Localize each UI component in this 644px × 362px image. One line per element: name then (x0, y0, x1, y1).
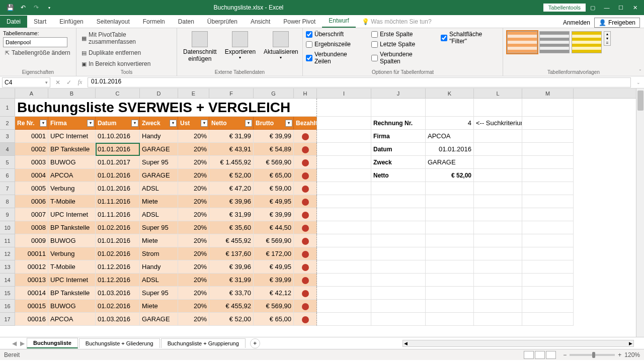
cell[interactable] (294, 182, 317, 195)
cell[interactable]: € 39,96 (209, 195, 254, 208)
table-header-7[interactable]: Bezahlt▾ (294, 117, 317, 130)
cell[interactable]: 01.11.2016 (96, 208, 140, 221)
column-header-I[interactable]: I (317, 88, 371, 98)
redo-button[interactable]: ↷ (30, 2, 42, 14)
header-row-checkbox[interactable]: Überschrift (306, 30, 363, 38)
row-header-11[interactable]: 11 (0, 234, 15, 247)
cell[interactable]: € 39,99 (254, 208, 294, 221)
save-button[interactable]: 💾 (4, 2, 16, 14)
cell[interactable]: Handy (140, 260, 178, 274)
column-header-B[interactable]: B (48, 88, 96, 98)
cell[interactable]: BUWOG (48, 300, 96, 313)
cell[interactable]: 0004 (15, 169, 48, 182)
cell[interactable]: 20% (178, 195, 209, 208)
cell[interactable]: UPC Internet (48, 130, 96, 143)
row-header-3[interactable]: 3 (0, 130, 15, 143)
row-header-12[interactable]: 12 (0, 247, 15, 260)
tab-design[interactable]: Entwurf (322, 15, 356, 28)
cell[interactable]: BUWOG (48, 156, 96, 169)
cell[interactable]: 20% (178, 300, 209, 313)
cell[interactable]: ADSL (140, 274, 178, 287)
tab-file[interactable]: Datei (0, 16, 27, 28)
resize-table-button[interactable]: ⇱ Tabellengröße ändern (3, 48, 72, 57)
sheet-title[interactable]: Buchungsliste SVERWEIS + VERGLEICH (15, 99, 317, 117)
cell[interactable]: € 39,96 (209, 260, 254, 274)
undo-button[interactable]: ↶ (17, 2, 29, 14)
cell[interactable] (294, 287, 317, 300)
column-header-M[interactable]: M (522, 88, 574, 98)
insert-function-button[interactable]: fx (74, 77, 86, 88)
cell[interactable]: GARAGE (140, 169, 178, 182)
vertical-scrollbar[interactable] (636, 88, 644, 337)
cell[interactable]: 0009 (15, 234, 48, 247)
tab-review[interactable]: Überprüfen (201, 16, 244, 28)
zoom-slider[interactable] (570, 354, 615, 356)
insert-slicer-button[interactable]: Datenschnitt einfügen (180, 30, 220, 64)
cell[interactable]: GARAGE (140, 143, 178, 156)
add-sheet-button[interactable]: + (250, 338, 260, 348)
formula-expand-button[interactable]: ⌄ (633, 77, 644, 88)
name-box[interactable]: C4 (2, 77, 50, 87)
column-header-F[interactable]: F (209, 88, 254, 98)
cell[interactable]: 0002 (15, 143, 48, 156)
cell[interactable]: Super 95 (140, 287, 178, 300)
cell[interactable]: Super 95 (140, 156, 178, 169)
cell[interactable]: 0008 (15, 221, 48, 234)
column-header-G[interactable]: G (254, 88, 294, 98)
sheet-nav-next[interactable]: ▶ (18, 340, 26, 347)
cell[interactable]: 00013 (15, 274, 48, 287)
cell[interactable]: 0007 (15, 208, 48, 221)
row-header-17[interactable]: 17 (0, 313, 15, 326)
cell[interactable]: € 52,00 (209, 313, 254, 326)
tab-insert[interactable]: Einfügen (53, 16, 90, 28)
table-header-4[interactable]: Ust▾ (178, 117, 209, 130)
cell[interactable]: € 31,99 (209, 274, 254, 287)
cell[interactable]: 00016 (15, 313, 48, 326)
cell[interactable]: 20% (178, 156, 209, 169)
cell[interactable]: UPC Internet (48, 274, 96, 287)
cell[interactable]: € 43,91 (209, 143, 254, 156)
cell[interactable] (294, 221, 317, 234)
tab-formulas[interactable]: Formeln (136, 16, 172, 28)
first-col-checkbox[interactable]: Erste Spalte (371, 30, 433, 38)
remove-duplicates-button[interactable]: ▤ Duplikate entfernen (79, 48, 143, 57)
view-pagelayout-button[interactable] (535, 351, 545, 359)
cell[interactable]: UPC Internet (48, 208, 96, 221)
cell[interactable] (294, 313, 317, 326)
cell[interactable]: € 65,00 (254, 313, 294, 326)
cell[interactable]: € 35,60 (209, 221, 254, 234)
cell[interactable]: € 455,92 (209, 234, 254, 247)
cell[interactable]: 01.02.2016 (96, 221, 140, 234)
cell[interactable]: € 569,90 (254, 300, 294, 313)
tab-start[interactable]: Start (27, 16, 53, 28)
tab-powerpivot[interactable]: Power Pivot (277, 16, 322, 28)
column-header-E[interactable]: E (178, 88, 209, 98)
cell[interactable]: 01.01.2017 (96, 156, 140, 169)
cell[interactable]: € 172,00 (254, 247, 294, 260)
table-header-1[interactable]: Firma▾ (48, 117, 96, 130)
cell[interactable]: € 47,20 (209, 182, 254, 195)
cell[interactable]: 01.02.2016 (96, 247, 140, 260)
cell[interactable]: € 42,12 (254, 287, 294, 300)
column-header-K[interactable]: K (426, 88, 474, 98)
column-header-A[interactable]: A (15, 88, 48, 98)
cell[interactable]: Miete (140, 234, 178, 247)
cell[interactable]: € 1.455,92 (209, 156, 254, 169)
cell[interactable]: 20% (178, 260, 209, 274)
view-pagebreak-button[interactable] (546, 351, 556, 359)
cell[interactable]: 0001 (15, 130, 48, 143)
zoom-level[interactable]: 120% (624, 351, 640, 358)
cell[interactable]: Verbung (48, 247, 96, 260)
banded-cols-checkbox[interactable]: Verbundene Spalten (371, 50, 433, 65)
table-name-input[interactable] (3, 37, 67, 47)
tell-me-search[interactable]: 💡 Was möchten Sie tun? (356, 16, 438, 28)
cell[interactable]: BP Tankstelle (48, 287, 96, 300)
cell[interactable]: 0003 (15, 156, 48, 169)
total-row-checkbox[interactable]: Ergebniszeile (306, 40, 363, 48)
cell[interactable] (294, 195, 317, 208)
cell[interactable]: € 39,99 (254, 130, 294, 143)
qat-customize[interactable]: ▾ (43, 2, 55, 14)
cell[interactable]: ADSL (140, 182, 178, 195)
cell[interactable]: 01.01.2016 (96, 143, 140, 156)
cell[interactable]: BP Tankstelle (48, 221, 96, 234)
